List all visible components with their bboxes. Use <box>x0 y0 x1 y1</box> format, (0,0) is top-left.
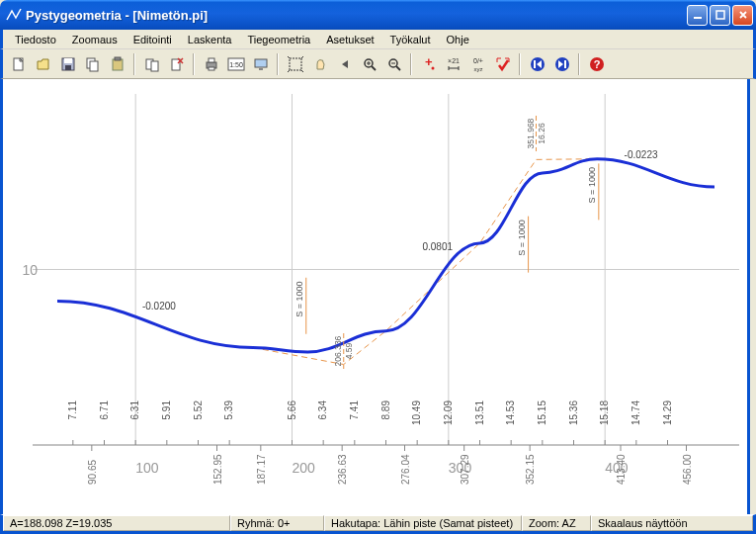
step-forward-icon[interactable] <box>550 52 573 75</box>
svg-text:13.51: 13.51 <box>474 400 485 425</box>
svg-text:?: ? <box>593 58 600 70</box>
separator <box>410 53 412 75</box>
svg-text:5.39: 5.39 <box>223 400 234 420</box>
svg-text:206.336: 206.336 <box>333 335 343 366</box>
svg-text:7.11: 7.11 <box>67 400 78 420</box>
menu-asetukset[interactable]: Asetukset <box>318 32 381 47</box>
help-icon[interactable]: ? <box>585 52 608 75</box>
menu-ohje[interactable]: Ohje <box>439 32 477 47</box>
status-scale: Skaalaus näyttöön <box>591 515 753 531</box>
monitor-icon[interactable] <box>249 52 272 75</box>
save-file-icon[interactable] <box>56 52 79 75</box>
separator <box>193 53 195 75</box>
svg-text:14.29: 14.29 <box>662 400 673 425</box>
svg-text:14.74: 14.74 <box>630 400 641 425</box>
minimize-button[interactable] <box>687 5 708 26</box>
maximize-button[interactable] <box>710 5 730 26</box>
svg-text:4.59: 4.59 <box>344 342 354 359</box>
status-group: Ryhmä: 0+ <box>230 515 324 531</box>
svg-text:12.09: 12.09 <box>443 400 454 425</box>
svg-text:15.36: 15.36 <box>568 400 579 425</box>
coords-icon[interactable]: 0/+xyz <box>466 52 489 75</box>
svg-text:-0.0223: -0.0223 <box>625 149 658 160</box>
svg-text:413.40: 413.40 <box>616 454 627 485</box>
svg-line-26 <box>396 66 400 70</box>
step-back-icon[interactable] <box>526 52 548 75</box>
svg-text:6.71: 6.71 <box>99 400 110 420</box>
svg-text:10: 10 <box>22 262 38 278</box>
svg-text:200: 200 <box>293 460 316 476</box>
paste-icon[interactable] <box>106 52 128 75</box>
svg-rect-9 <box>115 57 121 60</box>
new-file-icon[interactable] <box>7 52 30 75</box>
svg-text:S = 1000: S = 1000 <box>517 220 527 255</box>
titlebar: Pystygeometria - [Nimetön.pi] <box>0 0 756 30</box>
separator <box>277 53 279 75</box>
menu-tiegeometria[interactable]: Tiegeometria <box>239 32 318 47</box>
svg-rect-1 <box>716 11 724 19</box>
two-docs-icon[interactable] <box>140 52 163 75</box>
svg-text:6.31: 6.31 <box>129 400 140 420</box>
svg-text:351.968: 351.968 <box>526 118 536 148</box>
separator <box>578 53 580 75</box>
svg-text:456.00: 456.00 <box>682 454 693 485</box>
menu-zoomaus[interactable]: Zoomaus <box>64 32 126 47</box>
zoom-extents-icon[interactable] <box>284 52 306 75</box>
svg-text:0.0801: 0.0801 <box>422 241 453 252</box>
svg-rect-15 <box>209 67 214 70</box>
svg-rect-8 <box>113 59 123 70</box>
app-icon <box>6 7 22 23</box>
status-pickmode: Hakutapa: Lähin piste (Samat pisteet) <box>324 515 522 531</box>
svg-rect-7 <box>90 61 98 71</box>
zoom-prev-icon[interactable] <box>333 52 356 75</box>
separator <box>133 53 135 75</box>
svg-text:100: 100 <box>135 460 159 476</box>
status-coords: A=188.098 Z=19.035 <box>3 515 230 531</box>
print-icon[interactable] <box>200 52 222 75</box>
svg-text:-0.0200: -0.0200 <box>142 301 176 312</box>
svg-text:S = 1000: S = 1000 <box>294 281 304 316</box>
menubar: Tiedosto Zoomaus Editointi Laskenta Tieg… <box>0 30 756 49</box>
svg-rect-36 <box>564 60 566 68</box>
menu-tyokalut[interactable]: Työkalut <box>382 32 439 47</box>
menu-laskenta[interactable]: Laskenta <box>180 32 240 47</box>
svg-rect-12 <box>172 59 180 70</box>
status-zoom: Zoom: AZ <box>522 515 591 531</box>
svg-text:10.49: 10.49 <box>411 400 422 425</box>
svg-text:236.63: 236.63 <box>337 454 348 485</box>
copy-icon[interactable] <box>81 52 104 75</box>
svg-rect-14 <box>209 58 214 62</box>
svg-text:152.95: 152.95 <box>212 454 223 485</box>
remove-doc-icon[interactable] <box>165 52 188 75</box>
menu-editointi[interactable]: Editointi <box>126 32 180 47</box>
svg-text:1:50: 1:50 <box>229 61 243 68</box>
svg-text:7.41: 7.41 <box>349 400 360 420</box>
check-icon[interactable] <box>491 52 514 75</box>
svg-text:5.91: 5.91 <box>161 400 172 420</box>
pan-icon[interactable] <box>308 52 331 75</box>
zoom-out-magnify-icon[interactable] <box>382 52 405 75</box>
svg-text:276.04: 276.04 <box>400 454 411 485</box>
svg-text:14.53: 14.53 <box>505 400 516 425</box>
svg-text:15.18: 15.18 <box>599 400 610 425</box>
add-point-icon[interactable]: + <box>417 52 440 75</box>
svg-rect-0 <box>694 17 702 19</box>
open-file-icon[interactable] <box>32 52 54 75</box>
svg-point-29 <box>431 66 434 69</box>
svg-rect-5 <box>65 65 71 70</box>
svg-text:352.15: 352.15 <box>525 454 536 485</box>
close-button[interactable] <box>732 5 753 26</box>
dimension-icon[interactable]: ×21 <box>442 52 464 75</box>
zoom-in-magnify-icon[interactable] <box>358 52 380 75</box>
svg-text:5.66: 5.66 <box>287 400 297 420</box>
svg-rect-18 <box>255 59 267 67</box>
svg-text:6.34: 6.34 <box>317 400 328 420</box>
window-title: Pystygeometria - [Nimetön.pi] <box>26 8 687 23</box>
menu-tiedosto[interactable]: Tiedosto <box>7 32 64 47</box>
svg-text:+: + <box>425 56 433 69</box>
svg-text:xyz: xyz <box>473 66 482 72</box>
chart-canvas[interactable]: 10020030040010S = 1000S = 1000S = 1000-0… <box>0 79 750 514</box>
scale-1to1-icon[interactable]: 1:50 <box>224 52 247 75</box>
toolbar: 1:50 + ×21 0/+xyz ? <box>0 49 756 79</box>
svg-text:187.17: 187.17 <box>256 454 267 485</box>
